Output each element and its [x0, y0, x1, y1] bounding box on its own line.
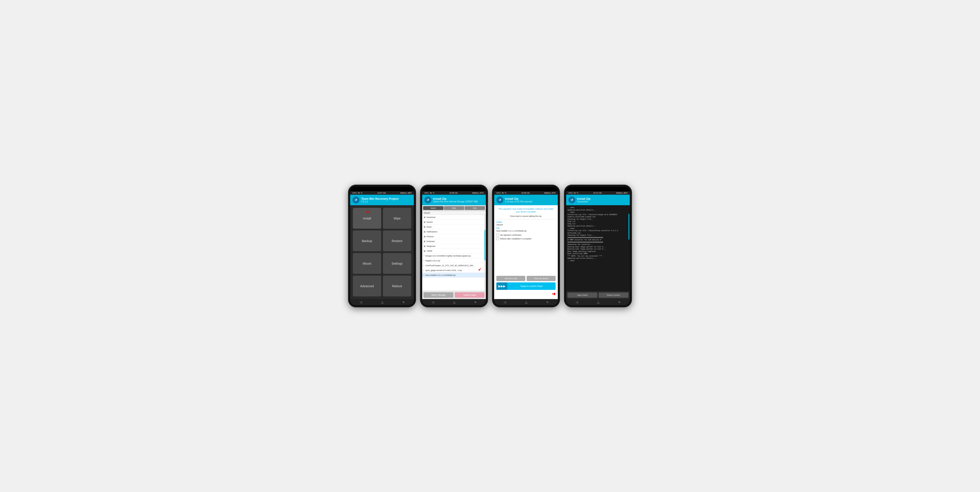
- zip-sig-checkbox[interactable]: [496, 234, 499, 236]
- file-twrp-installer[interactable]: ▪ twrp-installer-3.3.1-2-enchilada.zip: [422, 273, 486, 278]
- backup-button[interactable]: Backup: [353, 230, 381, 251]
- cpu-2: CPU: 36 °C: [425, 192, 435, 194]
- folder-icon: ▣: [423, 245, 425, 247]
- file-browser-2: Name Date Size /sdcard ▣ Download: [422, 205, 486, 299]
- bottom-nav-2: ◁ △ ≡: [422, 299, 486, 305]
- swipe-bar[interactable]: ▶▶▶ Swipe to confirm Flash: [496, 283, 555, 290]
- log-line: enchilada.zip': [568, 232, 628, 234]
- bottom-nav-4: ◁ △ ≡: [566, 299, 630, 305]
- battery-2: Battery: 87%: [472, 192, 484, 194]
- checkbox-row-1[interactable]: Zip signature verification: [496, 234, 555, 236]
- file-magisk[interactable]: ▪ Magisk-v19.3.zip: [422, 258, 486, 263]
- arrow-gapps: ↙: [478, 267, 482, 271]
- folder-ringtones[interactable]: ▣ Ringtones: [422, 244, 486, 249]
- log-line: Installing zip file '/sdcard/lineage-16.…: [568, 214, 628, 216]
- time-4: 10:13 AM: [593, 192, 602, 194]
- file-gapps[interactable]: ▪ open_gapps-arm64-9.0-nano-2019...3.zip…: [422, 268, 486, 273]
- menu-icon-4[interactable]: ≡: [619, 300, 620, 304]
- twrp-header-3: ↺ Install Zip 1 of max of 10 Files queue…: [494, 195, 558, 205]
- file-lineage[interactable]: ▪ lineage-16.0-20190825-nightly-enchilad…: [422, 254, 486, 258]
- twrp-logo-2: ↺: [425, 197, 431, 203]
- home-icon-4[interactable]: △: [597, 300, 600, 304]
- twrp-title-1: Team Win Recovery Project: [361, 197, 398, 200]
- twrp-logo-3: ↺: [496, 197, 503, 203]
- file-value: twrp-installer-3.3.1-2-enchilada.zip: [496, 230, 555, 232]
- phone-4: CPU: 43 °C 10:13 AM Battery: 86% ↺ Insta…: [564, 185, 632, 307]
- notch-2: [447, 187, 461, 190]
- zip-icon: ▪: [423, 269, 425, 271]
- folder-icon: ▣: [423, 240, 425, 243]
- home-icon-1[interactable]: △: [381, 300, 383, 304]
- folder-pictures[interactable]: ▣ Pictures: [422, 234, 486, 239]
- twrp-logo-4: ↺: [568, 197, 575, 203]
- wipe-button[interactable]: Wipe: [383, 208, 411, 229]
- notch-bar-2: [422, 187, 486, 191]
- advanced-button[interactable]: Advanced: [353, 276, 381, 297]
- folder-value: /sdcard: [496, 224, 555, 226]
- install-image-button[interactable]: Install Image: [455, 292, 485, 298]
- log-line: Updating partition details...: [568, 257, 628, 260]
- file-oneplus[interactable]: ▪ OnePlus6Oxygen_22_OTA_033_all_19080120…: [422, 263, 486, 268]
- col-date-btn[interactable]: Date: [444, 206, 465, 210]
- swipe-arrow-indicator: ➜: [552, 291, 555, 297]
- folder-notifications[interactable]: ▣ Notifications: [422, 229, 486, 234]
- phone-3: CPU: 35 °C 10:09 AM Battery: 87% ↺ Insta…: [492, 185, 560, 307]
- log-line: Installing zip file '/sdcard/twrp-instal…: [568, 230, 628, 232]
- col-size-btn[interactable]: Size: [465, 206, 485, 210]
- checkbox-row-2[interactable]: Reboot after installation is complete: [496, 238, 555, 240]
- file-path-2: /sdcard: [422, 211, 486, 215]
- folder-movies[interactable]: ▣ Movies: [422, 220, 486, 224]
- menu-icon-1[interactable]: ≡: [402, 300, 404, 304]
- wipe-dalvik-button[interactable]: Wipe Dalvik: [568, 292, 597, 298]
- notch-bar-3: [494, 187, 558, 191]
- col-name-btn[interactable]: Name: [423, 206, 444, 210]
- back-icon-3[interactable]: ◁: [504, 300, 506, 304]
- back-icon-1[interactable]: ◁: [360, 300, 362, 304]
- folder-icon: ▣: [423, 235, 425, 238]
- time-2: 10:08 AM: [449, 192, 458, 194]
- notch-1: [375, 187, 389, 190]
- twrp-header-text-3: Install Zip 1 of max of 10 Files queued: [505, 197, 532, 203]
- file-actions-2: Select Storage Install Image: [422, 291, 486, 299]
- log-line: Updating partition details...: [568, 209, 628, 211]
- phone-1-screen: CPU: 39 °C 10:07 AM Battery: 88% ↺ Team …: [350, 187, 414, 305]
- scrollbar-2: [485, 215, 485, 291]
- home-icon-2[interactable]: △: [453, 300, 455, 304]
- add-more-zips-button[interactable]: Add more Zips: [496, 276, 525, 281]
- restore-button[interactable]: Restore: [383, 230, 411, 251]
- notch-4: [591, 187, 605, 190]
- install-zip-subtitle-3: 1 of max of 10 Files queued: [505, 200, 532, 203]
- reboot-system-button[interactable]: Reboot System: [599, 292, 628, 298]
- menu-icon-2[interactable]: ≡: [475, 300, 476, 304]
- back-icon-4[interactable]: ◁: [576, 300, 578, 304]
- reboot-checkbox[interactable]: [496, 238, 499, 240]
- status-bar-2: CPU: 36 °C 10:08 AM Battery: 87%: [422, 191, 486, 195]
- folder-download[interactable]: ▣ Download: [422, 215, 486, 220]
- swipe-text: Swipe to confirm Flash: [508, 285, 555, 287]
- phone-1: CPU: 39 °C 10:07 AM Battery: 88% ↺ Team …: [348, 185, 416, 307]
- bottom-nav-1: ◁ △ ≡: [350, 299, 414, 305]
- mount-button[interactable]: Mount: [353, 253, 381, 274]
- twrp-header-1: ↺ Team Win Recovery Project 3.3.1-2: [350, 195, 414, 205]
- folder-music[interactable]: ▣ Music: [422, 224, 486, 229]
- settings-button[interactable]: Settings: [383, 253, 411, 274]
- home-icon-3[interactable]: △: [525, 300, 528, 304]
- install-zip-screen-3: This operation may install incompatible …: [494, 205, 558, 299]
- folder-twrp[interactable]: ▣ TWRP: [422, 249, 486, 254]
- reboot-button[interactable]: Reboot: [383, 276, 411, 297]
- battery-1: Battery: 88%: [400, 192, 412, 194]
- folder-podcasts[interactable]: ▣ Podcasts: [422, 239, 486, 244]
- menu-icon-3[interactable]: ≡: [547, 300, 548, 304]
- clear-zip-queue-button[interactable]: Clear Zip Queue: [527, 276, 555, 281]
- scrollbar-thumb-2: [485, 230, 485, 260]
- select-storage-button[interactable]: Select Storage: [423, 292, 453, 298]
- notch-bar-4: [566, 187, 630, 191]
- phone-3-screen: CPU: 35 °C 10:09 AM Battery: 87% ↺ Insta…: [494, 187, 558, 305]
- folder-label: Folder:: [496, 221, 555, 223]
- back-icon-2[interactable]: ◁: [432, 300, 434, 304]
- zip-icon: ▪: [423, 264, 425, 267]
- log-line: nightly-enchilada-signed.zip': [568, 216, 628, 218]
- file-list-2[interactable]: ▣ Download ▣ Movies ▣ Music ▣ Notificati…: [422, 215, 486, 291]
- status-bar-3: CPU: 35 °C 10:09 AM Battery: 87%: [494, 191, 558, 195]
- folder-icon: ▣: [423, 221, 425, 223]
